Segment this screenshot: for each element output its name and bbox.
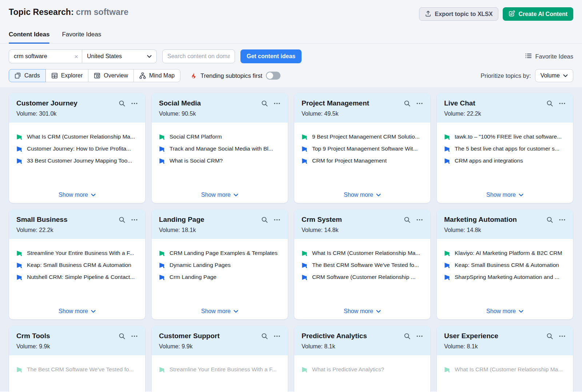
favorite-ideas-link[interactable]: Favorite Ideas	[525, 52, 573, 61]
search-icon[interactable]	[546, 333, 553, 340]
search-icon[interactable]	[119, 333, 125, 340]
content-idea-item[interactable]: CRM apps and integrations	[444, 157, 566, 164]
topic-query-input[interactable]	[14, 53, 74, 60]
page-title-query: crm software	[76, 7, 128, 17]
country-select[interactable]: United States	[82, 50, 156, 63]
ellipsis-icon[interactable]	[559, 333, 566, 340]
content-idea-item[interactable]: Customer Journey: How to Drive Profita..…	[16, 145, 138, 152]
megaphone-icon	[302, 158, 308, 164]
search-icon[interactable]	[261, 100, 268, 107]
trending-toggle[interactable]	[266, 72, 280, 80]
show-more-link[interactable]: Show more	[152, 192, 288, 198]
show-more-link[interactable]: Show more	[9, 192, 145, 198]
content-idea-item[interactable]: Streamline Your Entire Business With a F…	[16, 250, 138, 256]
megaphone-icon	[444, 262, 450, 268]
ellipsis-icon[interactable]	[559, 216, 566, 223]
content-idea-text: Klaviyo: AI Marketing Platform & B2C CRM	[455, 250, 562, 256]
show-more-label: Show more	[201, 192, 231, 198]
view-tab-explorer[interactable]: Explorer	[45, 69, 89, 82]
ellipsis-icon[interactable]	[416, 333, 423, 340]
content-idea-item[interactable]: Keap: Small Business CRM & Automation	[444, 262, 566, 268]
content-idea-text: Crm Landing Page	[170, 274, 216, 280]
content-idea-item[interactable]: tawk.to – "100% FREE live chat software.…	[444, 133, 566, 140]
show-more-link[interactable]: Show more	[294, 308, 430, 315]
prioritize-select[interactable]: Volume	[535, 69, 573, 82]
ellipsis-icon[interactable]	[559, 100, 566, 107]
search-icon[interactable]	[404, 216, 411, 223]
cards-section: Customer Journey Volume: 301.0k What Is …	[0, 87, 582, 391]
topic-volume: Volume: 22.2k	[16, 227, 138, 233]
ellipsis-icon[interactable]	[416, 100, 423, 107]
ellipsis-icon[interactable]	[274, 333, 280, 340]
content-idea-item[interactable]: Crm Landing Page	[159, 274, 280, 280]
search-icon[interactable]	[261, 216, 268, 223]
view-tab-cards[interactable]: Cards	[9, 69, 46, 82]
topic-title: Social Media	[159, 99, 201, 107]
tab-favorite-ideas[interactable]: Favorite Ideas	[62, 31, 101, 43]
content-idea-item[interactable]: Nutshell CRM: Simple Pipeline & Contact.…	[16, 274, 138, 280]
content-idea-item[interactable]: The Best CRM Software We've Tested fo...	[16, 366, 138, 373]
clear-query-icon[interactable]: ×	[74, 53, 78, 60]
search-icon[interactable]	[404, 100, 411, 107]
content-idea-item[interactable]: CRM Software (Customer Relationship ...	[302, 274, 423, 280]
ellipsis-icon[interactable]	[274, 100, 280, 107]
content-idea-item[interactable]: 33 Best Customer Journey Mapping Too...	[16, 157, 138, 164]
megaphone-icon	[159, 158, 165, 164]
content-idea-item[interactable]: SharpSpring Marketing Automation and ...	[444, 274, 566, 280]
content-idea-item[interactable]: The Best CRM Software We've Tested fo...	[302, 262, 423, 268]
search-icon[interactable]	[546, 100, 553, 107]
ellipsis-icon[interactable]	[131, 333, 138, 340]
show-more-link[interactable]: Show more	[9, 308, 145, 315]
content-idea-item[interactable]: 9 Best Project Management CRM Solutio...	[302, 133, 423, 140]
topic-card-items: CRM Landing Page Examples & Templates Dy…	[152, 239, 288, 280]
ellipsis-icon[interactable]	[131, 100, 138, 107]
show-more-link[interactable]: Show more	[437, 192, 573, 198]
show-more-link[interactable]: Show more	[152, 308, 288, 315]
create-ai-content-button[interactable]: Create AI Content	[503, 7, 573, 21]
content-idea-item[interactable]: Dynamic Landing Pages	[159, 262, 280, 268]
content-idea-item[interactable]: Social CRM Platform	[159, 133, 280, 140]
topic-title: Crm Tools	[16, 332, 50, 340]
show-more-link[interactable]: Show more	[437, 308, 573, 315]
ellipsis-icon[interactable]	[274, 216, 280, 223]
topic-title: Project Management	[302, 99, 369, 107]
megaphone-icon	[444, 134, 450, 140]
content-idea-item[interactable]: Top 9 Project Management Software Wit...	[302, 145, 423, 152]
search-icon[interactable]	[119, 100, 125, 107]
topic-card-header: Customer Support Volume: 9.9k	[152, 326, 288, 355]
domain-search-input[interactable]	[162, 49, 235, 63]
content-idea-item[interactable]: Track and Manage Social Media with Bl...	[159, 145, 280, 152]
show-more-link[interactable]: Show more	[294, 192, 430, 198]
search-icon[interactable]	[119, 216, 125, 223]
view-tab-mindmap[interactable]: Mind Map	[133, 69, 180, 82]
upload-icon	[425, 10, 431, 18]
search-icon[interactable]	[404, 333, 411, 340]
edit-icon	[509, 10, 515, 18]
chevron-down-icon	[91, 310, 96, 313]
content-idea-item[interactable]: CRM for Project Management	[302, 157, 423, 164]
content-idea-item[interactable]: CRM Landing Page Examples & Templates	[159, 250, 280, 256]
content-idea-item[interactable]: The 5 best live chat apps for customer s…	[444, 145, 566, 152]
search-icon[interactable]	[546, 216, 553, 223]
view-tab-overview[interactable]: Overview	[88, 69, 134, 82]
content-idea-item[interactable]: What Is CRM (Customer Relationship Ma...	[302, 250, 423, 256]
megaphone-icon	[16, 146, 23, 152]
ellipsis-icon[interactable]	[131, 216, 138, 223]
content-idea-item[interactable]: What is Predictive Analytics?	[302, 366, 423, 373]
content-idea-item[interactable]: Streamline Your Entire Business With a F…	[159, 366, 280, 373]
search-icon[interactable]	[261, 333, 268, 340]
content-idea-text: SharpSpring Marketing Automation and ...	[455, 274, 559, 280]
ellipsis-icon[interactable]	[416, 216, 423, 223]
get-content-ideas-button[interactable]: Get content ideas	[240, 49, 302, 63]
content-idea-item[interactable]: What is Social CRM?	[159, 157, 280, 164]
content-idea-item[interactable]: What Is CRM (Customer Relationship Ma...	[16, 133, 138, 140]
content-idea-item[interactable]: Keap: Small Business CRM & Automation	[16, 262, 138, 268]
tab-content-ideas[interactable]: Content Ideas	[9, 31, 49, 43]
topic-card: Social Media Volume: 90.5k Social CRM Pl…	[152, 93, 288, 203]
export-xlsx-button[interactable]: Export topic to XLSX	[419, 7, 498, 21]
query-group: × United States	[9, 49, 157, 63]
content-idea-item[interactable]: Klaviyo: AI Marketing Platform & B2C CRM	[444, 250, 566, 256]
content-idea-item[interactable]: What Is CRM (Customer Relationship Ma...	[444, 366, 566, 373]
mindmap-icon	[139, 72, 146, 79]
chevron-down-icon	[519, 193, 523, 197]
